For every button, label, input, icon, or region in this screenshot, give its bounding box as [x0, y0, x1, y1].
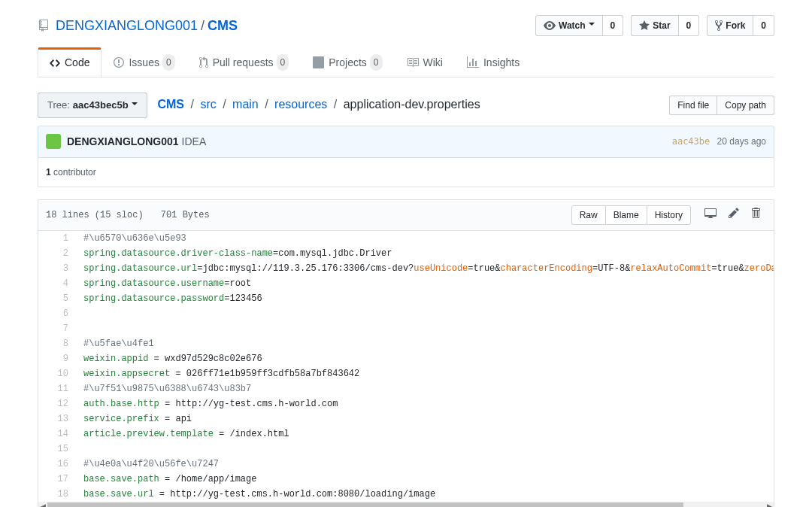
line-content: #\u4e0a\u4f20\u56fe\u7247 — [76, 457, 774, 472]
copy-path-button[interactable]: Copy path — [717, 96, 774, 115]
pr-icon — [199, 56, 208, 68]
line-number[interactable]: 17 — [38, 472, 76, 487]
line-number[interactable]: 1 — [38, 231, 76, 246]
repo-nav: Code Issues 0 Pull requests 0 Projects 0… — [38, 48, 774, 77]
history-button[interactable]: History — [647, 205, 691, 225]
fork-count[interactable]: 0 — [753, 15, 774, 36]
pr-count: 0 — [277, 54, 289, 71]
line-number[interactable]: 4 — [38, 276, 76, 291]
scroll-thumb[interactable] — [47, 502, 683, 508]
project-icon — [313, 56, 324, 68]
line-number[interactable]: 18 — [38, 487, 76, 502]
code-line: 15 — [38, 442, 774, 457]
code-line: 12auth.base.http = http://yg-test.cms.h-… — [38, 396, 774, 411]
breadcrumb-file: application-dev.properties — [344, 98, 480, 111]
code-line: 8#\u5fae\u4fe1 — [38, 336, 774, 351]
star-icon — [639, 20, 650, 32]
line-number[interactable]: 13 — [38, 411, 76, 427]
tab-issues[interactable]: Issues 0 — [102, 48, 186, 77]
tab-projects[interactable]: Projects 0 — [301, 48, 394, 77]
line-content — [76, 442, 774, 457]
line-content: auth.base.http = http://yg-test.cms.h-wo… — [76, 396, 774, 411]
trash-icon — [751, 207, 760, 219]
fork-button[interactable]: Fork — [707, 15, 753, 36]
owner-link[interactable]: DENGXIANGLONG001 — [56, 16, 198, 36]
line-number[interactable]: 3 — [38, 261, 76, 276]
line-number[interactable]: 16 — [38, 457, 76, 472]
horizontal-scrollbar[interactable]: ◀ ▶ — [38, 502, 774, 508]
commit-tease: DENGXIANGLONG001 IDEA aac43be 20 days ag… — [38, 126, 774, 158]
tab-insights-label: Insights — [483, 55, 520, 71]
edit-button[interactable] — [723, 204, 745, 226]
breadcrumb-part[interactable]: main — [232, 98, 259, 111]
tree-label: Tree: — [47, 98, 70, 113]
code-line: 11#\u7f51\u9875\u6388\u6743\u83b7 — [38, 381, 774, 396]
line-number[interactable]: 5 — [38, 291, 76, 306]
scroll-right-arrow[interactable]: ▶ — [765, 502, 774, 508]
line-number[interactable]: 6 — [38, 306, 76, 321]
code-line: 18base.save.url = http://yg-test.cms.h-w… — [38, 487, 774, 502]
line-number[interactable]: 10 — [38, 366, 76, 381]
line-number[interactable]: 7 — [38, 321, 76, 336]
code-viewer[interactable]: 1#\u6570\u636e\u5e932spring.datasource.d… — [38, 231, 774, 502]
commit-message[interactable]: IDEA — [182, 134, 207, 150]
line-number[interactable]: 9 — [38, 351, 76, 366]
code-line: 4spring.datasource.username=root — [38, 276, 774, 291]
line-content: base.save.path = /home/app/image — [76, 472, 774, 487]
line-number[interactable]: 12 — [38, 396, 76, 411]
line-content: weixin.appid = wxd97d529c8c02e676 — [76, 351, 774, 366]
code-icon — [50, 57, 60, 69]
tab-wiki[interactable]: Wiki — [395, 48, 455, 77]
line-number[interactable]: 14 — [38, 427, 76, 442]
line-content: #\u6570\u636e\u5e93 — [76, 231, 774, 246]
desktop-open-button[interactable] — [698, 204, 723, 226]
commit-sha[interactable]: aac43be — [672, 136, 710, 147]
line-content: spring.datasource.username=root — [76, 276, 774, 291]
line-content — [76, 306, 774, 321]
tab-pr-label: Pull requests — [213, 55, 274, 71]
line-content — [76, 321, 774, 336]
raw-button[interactable]: Raw — [571, 205, 606, 225]
star-count[interactable]: 0 — [679, 15, 700, 36]
watch-count[interactable]: 0 — [603, 15, 624, 36]
code-line: 1#\u6570\u636e\u5e93 — [38, 231, 774, 246]
scroll-left-arrow[interactable]: ◀ — [38, 502, 47, 508]
code-line: 3spring.datasource.url=jdbc:mysql://119.… — [38, 261, 774, 276]
contributor-label: contributor — [53, 167, 96, 178]
tree-selector[interactable]: Tree: aac43bec5b — [38, 93, 147, 118]
code-line: 7 — [38, 321, 774, 336]
line-content: #\u7f51\u9875\u6388\u6743\u83b7 — [76, 381, 774, 396]
repo-link[interactable]: CMS — [208, 16, 238, 36]
delete-button[interactable] — [745, 204, 766, 226]
blame-button[interactable]: Blame — [606, 205, 647, 225]
repo-actions: Watch 0 Star 0 Fork 0 — [535, 15, 774, 36]
line-content: spring.datasource.driver-class-name=com.… — [76, 246, 774, 261]
watch-button[interactable]: Watch — [535, 15, 603, 36]
eye-icon — [544, 20, 556, 32]
line-number[interactable]: 2 — [38, 246, 76, 261]
tab-code[interactable]: Code — [38, 47, 102, 77]
code-line: 13service.prefix = api — [38, 411, 774, 427]
tab-pull-requests[interactable]: Pull requests 0 — [187, 48, 301, 77]
star-label: Star — [653, 18, 670, 33]
code-line: 2spring.datasource.driver-class-name=com… — [38, 246, 774, 261]
line-number[interactable]: 15 — [38, 442, 76, 457]
line-content: spring.datasource.url=jdbc:mysql://119.3… — [76, 261, 774, 276]
breadcrumb-root[interactable]: CMS — [157, 98, 184, 111]
avatar[interactable] — [46, 134, 61, 149]
breadcrumb-part[interactable]: src — [200, 98, 216, 111]
line-content: base.save.url = http://yg-test.cms.h-wor… — [76, 487, 774, 502]
line-content: weixin.appsecret = 026ff71e1b959ff3cdfb5… — [76, 366, 774, 381]
line-number[interactable]: 8 — [38, 336, 76, 351]
line-content: #\u5fae\u4fe1 — [76, 336, 774, 351]
commit-author[interactable]: DENGXIANGLONG001 — [67, 134, 179, 150]
star-button[interactable]: Star — [631, 15, 678, 36]
tab-insights[interactable]: Insights — [455, 48, 532, 77]
code-line: 16#\u4e0a\u4f20\u56fe\u7247 — [38, 457, 774, 472]
find-file-button[interactable]: Find file — [669, 96, 717, 115]
book-icon — [407, 56, 419, 68]
breadcrumb-part[interactable]: resources — [274, 98, 327, 111]
file-lines: 18 lines (15 sloc) — [46, 210, 144, 220]
line-number[interactable]: 11 — [38, 381, 76, 396]
contributors-bar[interactable]: 1 contributor — [38, 158, 774, 187]
